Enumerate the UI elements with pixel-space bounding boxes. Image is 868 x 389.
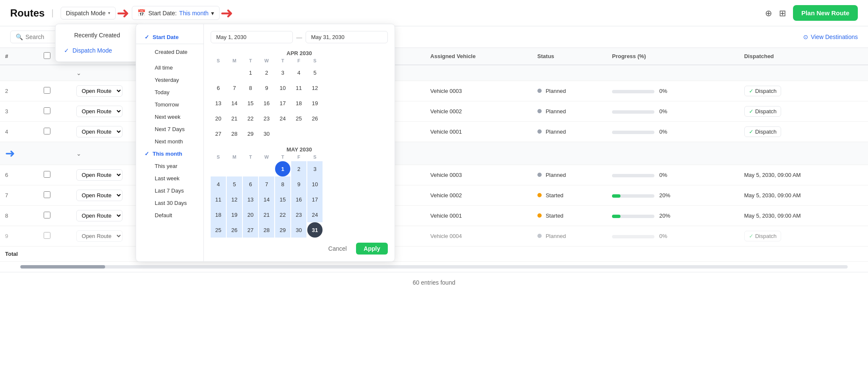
april-calendar: APR 2030 S M T W T F S 1 2	[211, 50, 388, 141]
preset-last-week[interactable]: Last week	[136, 172, 203, 185]
row-checkbox[interactable]	[44, 128, 50, 134]
row-dispatched: May 5, 2030, 09:00 AM	[739, 206, 868, 226]
row-progress: 0%	[607, 101, 739, 122]
dispatch-mode-button[interactable]: Dispatch Mode ▾	[61, 7, 116, 20]
row-checkbox[interactable]	[44, 171, 50, 178]
may-label: MAY 2030	[211, 146, 388, 153]
view-destinations-button[interactable]: ⊙ View Destinations	[803, 34, 858, 40]
map-icon[interactable]: ⊞	[779, 8, 786, 18]
row-status: Planned	[532, 165, 607, 185]
calendar-icon: 📅	[137, 9, 146, 17]
page-title: Routes	[10, 7, 45, 19]
dispatch-mode-label: Dispatch Mode	[66, 10, 106, 17]
select-all-checkbox[interactable]	[44, 52, 50, 59]
row-checkbox[interactable]	[44, 212, 50, 218]
preset-created-date[interactable]: Created Date	[136, 46, 203, 58]
dispatch-button[interactable]: ✓ Dispatch	[744, 126, 782, 137]
location-icon[interactable]: ⊕	[765, 8, 772, 18]
row-checkbox[interactable]	[44, 107, 50, 114]
scrollbar-area[interactable]	[0, 262, 868, 272]
row-dispatched: ✓ Dispatch	[739, 226, 868, 246]
expand-group1[interactable]: ⌄	[76, 70, 81, 76]
header-right: ⊕ ⊞ Plan New Route	[765, 5, 858, 21]
progress-bar-fill	[612, 215, 620, 218]
preset-next-week[interactable]: Next week	[136, 111, 203, 123]
route-status-select[interactable]: Open Route	[76, 230, 122, 242]
preset-this-year[interactable]: This year	[136, 160, 203, 172]
status-dot	[537, 89, 542, 93]
row-num: 4	[0, 122, 39, 142]
row-num: 9	[0, 226, 39, 246]
preset-start-date[interactable]: ✓ Start Date	[136, 31, 203, 44]
preset-next-7-days[interactable]: Next 7 Days	[136, 123, 203, 135]
dispatch-mode-dropdown: Recently Created ✓ Dispatch Mode	[55, 24, 140, 62]
date-range-inputs: —	[211, 31, 388, 43]
route-status-select[interactable]: Open Route	[76, 106, 122, 117]
expand-group2[interactable]: ⌄	[76, 150, 81, 157]
preset-tomorrow[interactable]: Tomorrow	[136, 98, 203, 111]
this-month-check: ✓	[145, 151, 149, 157]
col-status: Status	[532, 48, 607, 65]
horizontal-scrollbar[interactable]	[20, 265, 848, 269]
route-status-select[interactable]: Open Route	[76, 85, 122, 97]
entries-count: 60 entries found	[413, 279, 455, 286]
row-checkbox[interactable]	[44, 191, 50, 198]
route-status-select[interactable]: Open Route	[76, 210, 122, 221]
preset-start-date-check: ✓	[145, 34, 149, 40]
preset-this-month[interactable]: ✓ This month	[136, 148, 203, 160]
progress-bar-wrap	[612, 174, 654, 177]
dispatch-button[interactable]: ✓ Dispatch	[744, 86, 782, 96]
header-divider: |	[51, 8, 53, 18]
search-icon: 🔍	[16, 34, 23, 40]
datepicker-calendar-panel: — APR 2030 S M T W T F S	[204, 24, 395, 261]
preset-next-month[interactable]: Next month	[136, 135, 203, 148]
dispatch-button[interactable]: ✓ Dispatch	[744, 231, 782, 241]
cancel-button[interactable]: Cancel	[323, 243, 353, 255]
row-num: ➜	[0, 142, 39, 165]
dispatch-mode-chevron: ▾	[108, 11, 110, 15]
row-checkbox-cell	[39, 142, 71, 165]
route-status-select[interactable]: Open Route	[76, 126, 122, 137]
red-arrow-2: ➜	[220, 6, 233, 21]
apply-button[interactable]: Apply	[356, 243, 388, 255]
row-status: Started	[532, 206, 607, 226]
table-row: 6 Open Route Last M... 0003 Vehicle 0003…	[0, 165, 868, 185]
calendar-actions: Cancel Apply	[211, 243, 388, 255]
preset-last-30-days[interactable]: Last 30 Days	[136, 197, 203, 209]
preset-last-7-days[interactable]: Last 7 Days	[136, 185, 203, 197]
col-progress: Progress (%)	[607, 48, 739, 65]
preset-default[interactable]: Default	[136, 209, 203, 221]
row-progress: 0%	[607, 81, 739, 101]
plan-route-button[interactable]: Plan New Route	[793, 5, 858, 21]
row-checkbox[interactable]	[44, 232, 50, 239]
header: Routes | Dispatch Mode ▾ ➜ 📅 Start Date:…	[0, 0, 868, 26]
date-range-dash: —	[296, 34, 302, 41]
may-week5: 25 26 27 28 29 30 31	[211, 222, 388, 238]
may-week4: 18 19 20 21 22 23 24	[211, 207, 388, 222]
route-status-select[interactable]: Open Route	[76, 169, 122, 181]
route-status-select[interactable]: Open Route	[76, 190, 122, 201]
row-status: Started	[532, 185, 607, 206]
preset-today[interactable]: Today	[136, 86, 203, 98]
row-vehicle: Vehicle 0003	[425, 81, 532, 101]
status-dot	[537, 234, 542, 238]
eye-icon: ⊙	[803, 34, 808, 40]
table-row: 7 Open Route Last M... 0002 Vehicle 0002…	[0, 185, 868, 206]
progress-bar-fill	[612, 194, 620, 198]
row-checkbox-cell	[39, 101, 71, 122]
row-checkbox[interactable]	[44, 87, 50, 94]
start-date-button[interactable]: 📅 Start Date: This month ▾	[132, 6, 220, 20]
dispatch-dropdown-recently-created[interactable]: Recently Created	[56, 28, 139, 43]
dispatch-dropdown-dispatch-mode[interactable]: ✓ Dispatch Mode	[56, 43, 139, 58]
scrollbar-thumb[interactable]	[20, 265, 105, 269]
dispatch-button[interactable]: ✓ Dispatch	[744, 106, 782, 117]
april-week1: 1 2 3 4 5	[211, 65, 388, 80]
routes-table-wrapper: # Actions Route User Assigned Vehicle St…	[0, 48, 868, 262]
start-date-input[interactable]	[211, 31, 293, 43]
end-date-input[interactable]	[306, 31, 388, 43]
table-row: 8 Open Route Last Mile Optimized Route 0…	[0, 206, 868, 226]
preset-yesterday[interactable]: Yesterday	[136, 74, 203, 86]
row-num: 3	[0, 101, 39, 122]
row-checkbox-cell	[39, 65, 71, 81]
preset-all-time[interactable]: All time	[136, 62, 203, 74]
